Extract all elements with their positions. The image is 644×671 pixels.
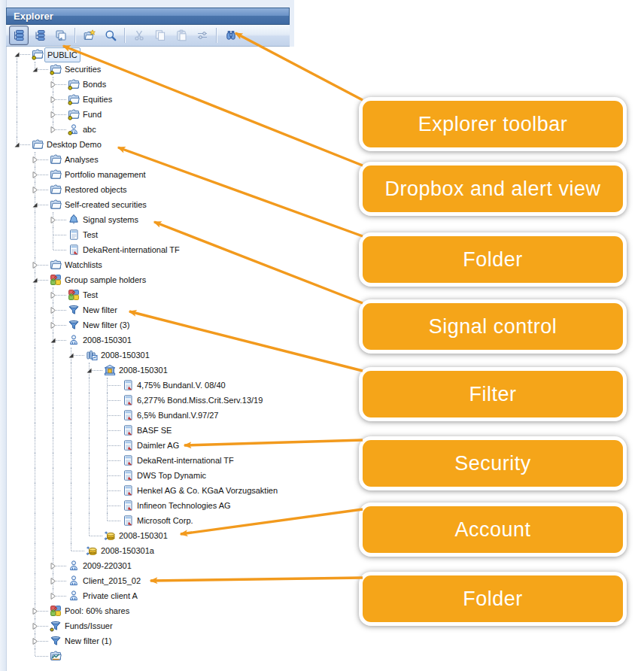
- folder-icon: [68, 93, 80, 105]
- collapse-icon[interactable]: [13, 141, 21, 149]
- tree-item[interactable]: 2008-150301: [7, 363, 353, 378]
- tree-view-icon: [13, 29, 25, 41]
- expand-icon[interactable]: [31, 156, 39, 164]
- tree-item[interactable]: Bonds: [7, 77, 353, 92]
- expand-icon[interactable]: [49, 306, 57, 314]
- tree-item-label: Microsoft Corp.: [135, 513, 196, 528]
- tree-item[interactable]: Funds/Issuer: [7, 618, 353, 633]
- tree-item[interactable]: 4,75% Bundanl.V. 08/40: [7, 378, 353, 393]
- tree-guide-line: [89, 528, 90, 536]
- tree-item[interactable]: Pool: 60% shares: [7, 603, 353, 618]
- callout-label: Account: [454, 518, 530, 542]
- tree-item[interactable]: Desktop Demo: [7, 137, 353, 152]
- tree-guide-line: [71, 543, 71, 551]
- toolbar-dropbox-alert-view-button[interactable]: [51, 26, 71, 45]
- tree-item[interactable]: Watchlists: [7, 257, 353, 272]
- tree-item[interactable]: 2008-150301: [7, 348, 353, 363]
- expand-icon[interactable]: [49, 126, 57, 134]
- folder-icon: [50, 199, 62, 211]
- tree-item[interactable]: Daimler AG: [7, 438, 353, 453]
- toolbar-paste-button[interactable]: [172, 26, 191, 45]
- tree-guide-line: [17, 77, 17, 92]
- collapse-icon[interactable]: [13, 50, 21, 59]
- expand-icon[interactable]: [49, 80, 57, 89]
- expand-icon[interactable]: [49, 291, 57, 299]
- collapse-icon[interactable]: [85, 366, 93, 375]
- tree-item-label: 2008-150301: [117, 363, 170, 378]
- tree-item[interactable]: BASF SE: [7, 423, 353, 438]
- expand-icon[interactable]: [31, 261, 39, 269]
- tree-item[interactable]: 6,277% Bond.Miss.Crit.Serv.13/19: [7, 393, 353, 408]
- toolbar-cut-button[interactable]: [129, 26, 149, 45]
- tree-item[interactable]: Securities: [7, 62, 353, 77]
- tree-item[interactable]: New filter (1): [7, 633, 353, 648]
- tree-item[interactable]: Restored objects: [7, 182, 353, 197]
- tree-item[interactable]: Signal systems: [7, 212, 353, 227]
- tree-item[interactable]: 2009-220301: [7, 558, 353, 573]
- tree-guide-line: [35, 588, 35, 603]
- collapse-icon[interactable]: [31, 276, 39, 284]
- tree-item[interactable]: Client_2015_02: [7, 573, 353, 588]
- doc-red-icon: [122, 484, 134, 496]
- expand-icon[interactable]: [49, 577, 57, 585]
- tree-item[interactable]: Portfolio management: [7, 167, 353, 182]
- expand-icon[interactable]: [31, 171, 39, 179]
- tree-item[interactable]: [7, 648, 353, 663]
- tree-item[interactable]: Henkel AG & Co. KGaA Vorzugsaktien: [7, 483, 353, 498]
- toolbar-adjust-button[interactable]: [193, 26, 212, 45]
- tree-item[interactable]: 2008-150301: [7, 332, 353, 348]
- toolbar-copy-button[interactable]: [150, 26, 170, 45]
- tree-item[interactable]: 2008-150301a: [7, 543, 353, 558]
- expand-icon[interactable]: [49, 321, 57, 329]
- expand-icon[interactable]: [31, 622, 39, 630]
- tree-item[interactable]: New filter (3): [7, 317, 353, 332]
- tree-item[interactable]: Microsoft Corp.: [7, 513, 353, 528]
- expand-icon[interactable]: [49, 562, 57, 570]
- tree-guide-line: [89, 483, 90, 498]
- tree-item[interactable]: Self-created securities: [7, 197, 353, 212]
- tree-guide-line: [71, 378, 71, 393]
- tree-item[interactable]: abc: [7, 122, 353, 137]
- expand-icon[interactable]: [49, 96, 57, 104]
- account-icon: [104, 530, 116, 542]
- collapse-icon[interactable]: [67, 351, 75, 360]
- tree-item[interactable]: Group sample holders: [7, 272, 353, 287]
- toolbar-search-button[interactable]: [101, 26, 120, 45]
- toolbar-tree-view-button[interactable]: [9, 26, 29, 45]
- expand-icon[interactable]: [31, 186, 39, 194]
- tree-guide-line: [35, 317, 35, 332]
- tree-item[interactable]: Private client A: [7, 588, 353, 603]
- expand-icon[interactable]: [31, 637, 39, 645]
- expand-icon[interactable]: [49, 592, 57, 600]
- tree-guide-line: [35, 483, 35, 498]
- tree-guide-line: [53, 483, 53, 498]
- tree-item[interactable]: Test: [7, 227, 353, 242]
- expand-icon[interactable]: [49, 111, 57, 119]
- toolbar-list-view-button[interactable]: [30, 26, 50, 45]
- tree-item[interactable]: Fund: [7, 107, 353, 122]
- tree-item[interactable]: New filter: [7, 302, 353, 317]
- tree-item[interactable]: 2008-150301: [7, 528, 353, 543]
- toolbar-find-button[interactable]: [221, 26, 241, 45]
- expand-icon[interactable]: [49, 216, 57, 224]
- tree-item[interactable]: Test: [7, 287, 353, 302]
- copy-icon: [154, 29, 166, 41]
- tree-item[interactable]: 6,5% Bundanl.V.97/27: [7, 408, 353, 423]
- person-icon: [68, 123, 80, 135]
- tree-item[interactable]: DekaRent-international TF: [7, 242, 353, 257]
- list-view-icon: [34, 29, 46, 41]
- toolbar-new-folder-button[interactable]: [80, 26, 99, 45]
- tree-item[interactable]: Analyses: [7, 152, 353, 167]
- tree-guide-stub: [71, 551, 84, 551]
- collapse-icon[interactable]: [31, 201, 39, 209]
- tree-item[interactable]: DWS Top Dynamic: [7, 468, 353, 483]
- tree-item[interactable]: Equities: [7, 92, 353, 107]
- tree-item[interactable]: Infineon Technologies AG: [7, 498, 353, 513]
- collapse-icon[interactable]: [31, 65, 39, 74]
- tree-guide-stub: [108, 445, 120, 446]
- puzzle-icon: [50, 274, 62, 286]
- tree-item[interactable]: DekaRent-international TF: [7, 453, 353, 468]
- collapse-icon[interactable]: [49, 336, 57, 345]
- tree-item[interactable]: PUBLIC: [7, 47, 353, 62]
- expand-icon[interactable]: [31, 607, 39, 615]
